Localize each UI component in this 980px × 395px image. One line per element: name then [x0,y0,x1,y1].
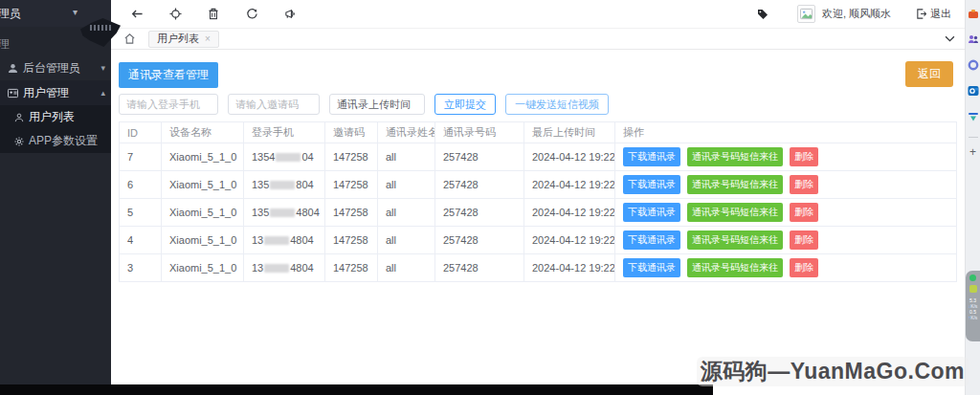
sidebar-item-backend-admin[interactable]: 后台管理员 ▾ [0,55,111,80]
download-contacts-button[interactable]: 下载通讯录 [623,230,680,250]
cell-contact-name: all [378,171,435,199]
id-card-icon [8,88,18,99]
table-row: 6 Xiaomi_5_1_0 135804 147258 all 257428 … [120,171,957,199]
cart-extension-icon[interactable] [968,111,979,122]
download-contacts-button[interactable]: 下载通讯录 [623,175,680,194]
column-header: 最后上传时间 [524,122,615,143]
sidebar-admin-root-label: 管理员 [0,6,21,22]
table-row: 7 Xiaomi_5_1_0 135404 147258 all 257428 … [120,143,957,171]
tag-icon[interactable] [757,9,768,20]
delete-button[interactable]: 删除 [790,147,818,166]
column-header: 登录手机 [244,122,325,143]
cell-phone: 135804 [244,171,325,199]
cell-contact-number: 257428 [435,171,524,199]
cell-id: 3 [120,254,162,282]
cell-phone: 1354804 [244,199,325,227]
cell-id: 5 [120,199,162,227]
column-header: 操作 [615,122,957,143]
cell-contact-name: all [378,227,435,254]
back-icon[interactable] [130,8,144,21]
logout-label: 退出 [930,7,951,21]
user-badge-icon [14,113,24,122]
cell-last-upload: 2024-04-12 19:22:26 [524,143,615,171]
cell-id: 6 [120,171,162,199]
sms-history-button[interactable]: 通讯录号码短信来往 [687,147,783,166]
home-icon[interactable] [123,33,136,45]
chevron-down-icon: ▾ [100,63,105,73]
table-row: 5 Xiaomi_5_1_0 1354804 147258 all 257428… [120,199,957,227]
invite-code-input[interactable] [228,94,320,115]
delete-button[interactable]: 删除 [790,175,818,194]
megaphone-icon[interactable] [283,8,297,21]
contacts-extension-icon[interactable] [968,33,979,45]
column-header: 通讯录号码 [435,122,524,143]
download-contacts-button[interactable]: 下载通讯录 [623,147,680,166]
sms-history-button[interactable]: 通讯录号码短信来往 [687,258,783,277]
net-speed-widget[interactable]: 5.3 ↓K/s 0.5 ↑K/s [966,271,980,341]
redaction-blur [264,264,289,273]
tabbar: 用户列表 × [111,29,965,50]
add-extension-icon[interactable]: + [969,146,976,158]
contacts-manage-button[interactable]: 通讯录查看管理 [119,62,218,88]
delete-button[interactable]: 删除 [790,258,818,277]
cell-invite: 147258 [325,199,378,227]
crosshair-icon[interactable] [168,8,182,21]
toolbox-extension-icon[interactable] [968,8,979,19]
sidebar-item-user-list[interactable]: 用户列表 [0,105,111,129]
divider [969,137,978,138]
cell-actions: 下载通讯录 通讯录号码短信来往 删除 [615,171,957,199]
logout-button[interactable]: 退出 [916,7,951,21]
submit-button[interactable]: 立即提交 [434,94,496,115]
tab-user-list[interactable]: 用户列表 × [148,31,219,48]
cell-phone: 134804 [244,254,325,282]
sms-history-button[interactable]: 通讯录号码短信来往 [687,230,783,250]
cell-phone: 134804 [244,227,325,254]
cell-contact-name: all [378,199,435,227]
redaction-blur [270,208,295,217]
chevron-down-icon[interactable] [945,35,955,42]
download-contacts-button[interactable]: 下载通讯录 [623,203,680,222]
chevron-down-icon: ▾ [73,7,78,17]
sidebar-item-user-management[interactable]: 用户管理 ▴ [0,80,111,105]
delete-button[interactable]: 删除 [790,230,818,250]
avatar[interactable] [797,5,815,23]
table-header-row: ID设备名称登录手机邀请码通讯录姓名通讯录号码最后上传时间操作 [120,122,957,143]
main-content: 通讯录查看管理 返回 立即提交 一键发送短信视频 ID设备名称登录手机邀请码通讯… [111,50,965,384]
widget-square [969,285,977,293]
outlook-extension-icon[interactable] [968,85,979,97]
column-header: 设备名称 [162,122,244,143]
watermark: 源码狗—YuanMaGo.Com [697,357,969,386]
cell-actions: 下载通讯录 通讯录号码短信来往 删除 [615,143,957,171]
cell-device: Xiaomi_5_1_0 [162,143,244,171]
sidebar-item-label: 用户管理 [23,85,69,101]
sms-history-button[interactable]: 通讯录号码短信来往 [687,203,783,222]
ring-extension-icon[interactable] [968,59,979,71]
back-button[interactable]: 返回 [905,61,953,87]
download-contacts-button[interactable]: 下载通讯录 [623,258,680,277]
gear-icon [14,137,24,146]
cell-last-upload: 2024-04-12 19:22:26 [524,171,615,199]
cell-last-upload: 2024-04-12 19:22:26 [524,199,615,227]
broken-image-icon [800,8,813,20]
login-phone-input[interactable] [119,94,218,115]
refresh-icon[interactable] [245,8,258,21]
sms-history-button[interactable]: 通讯录号码短信来往 [687,175,783,194]
sidebar-item-app-settings[interactable]: APP参数设置 [0,129,111,153]
redaction-blur [276,153,301,162]
send-sms-video-button[interactable]: 一键发送短信视频 [505,94,609,115]
cell-contact-name: all [378,254,435,282]
cell-contact-number: 257428 [435,143,524,171]
table-row: 3 Xiaomi_5_1_0 134804 147258 all 257428 … [120,254,957,282]
upload-time-input[interactable] [329,94,425,115]
delete-button[interactable]: 删除 [790,203,818,222]
status-dot [969,274,976,281]
quick-actions [111,8,297,21]
close-icon[interactable]: × [205,33,211,44]
cell-device: Xiaomi_5_1_0 [162,171,244,199]
user-table: ID设备名称登录手机邀请码通讯录姓名通讯录号码最后上传时间操作 7 Xiaomi… [119,121,957,282]
trash-icon[interactable] [207,8,220,21]
sidebar-item-label: APP参数设置 [29,133,98,149]
cell-contact-number: 257428 [435,227,524,254]
column-header: 通讯录姓名 [378,122,435,143]
table-body: 7 Xiaomi_5_1_0 135404 147258 all 257428 … [120,143,957,282]
